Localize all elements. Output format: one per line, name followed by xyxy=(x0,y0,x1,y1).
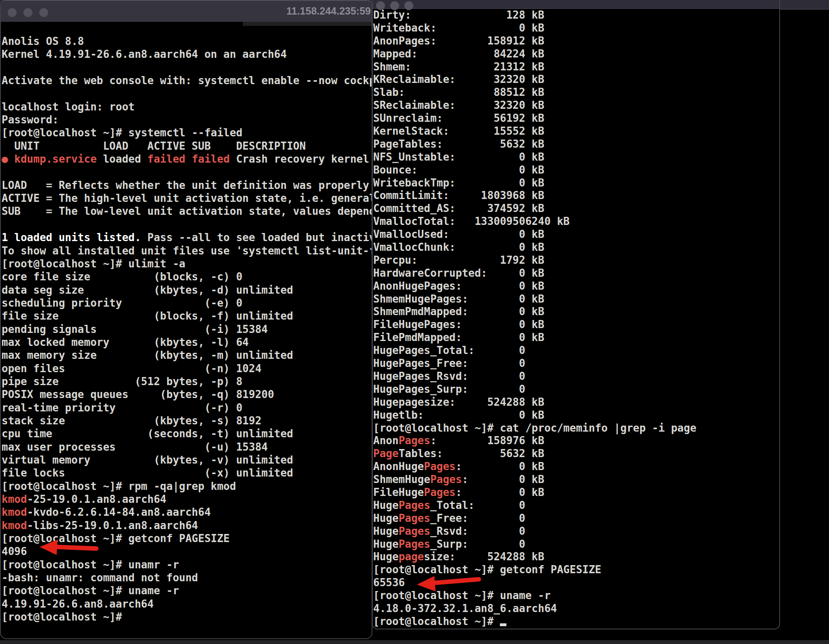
terminal-line: VmallocTotal: 133009506240 kB xyxy=(373,215,779,228)
terminal-line: 1 loaded units listed. Pass --all to see… xyxy=(2,231,372,244)
terminal-line: HardwareCorrupted: 0 kB xyxy=(373,267,779,280)
terminal-line: SReclaimable: 32320 kB xyxy=(373,99,779,112)
terminal-line: virtual memory (kbytes, -v) unlimited xyxy=(2,453,372,466)
terminal-line: HugePages_Total: 0 xyxy=(373,344,779,357)
terminal-line: HugePages_Rsvd: 0 xyxy=(373,370,779,383)
terminal-line: Committed_AS: 374592 kB xyxy=(373,202,779,215)
close-button-icon[interactable] xyxy=(8,8,17,17)
terminal-window-left[interactable]: 11.158.244.235:59 Anolis OS 8.8Kernel 4.… xyxy=(0,0,372,639)
minimize-button-icon[interactable] xyxy=(23,8,32,17)
terminal-line: ShmemPmdMapped: 0 kB xyxy=(373,305,779,318)
terminal-line: PageTables: 5632 kB xyxy=(373,447,779,460)
terminal-line: Percpu: 1792 kB xyxy=(373,254,779,267)
terminal-line: Bounce: 0 kB xyxy=(373,164,779,177)
terminal-line: ShmemHugePages: 0 kB xyxy=(373,293,779,306)
terminal-line: Hugepagesize: 524288 kB xyxy=(373,396,779,409)
terminal-line: FileHugePages: 0 kB xyxy=(373,318,779,331)
terminal-line: kmod-kvdo-6.2.6.14-84.an8.aarch64 xyxy=(2,506,372,519)
terminal-line xyxy=(2,218,372,231)
terminal-line: max user processes (-u) 15384 xyxy=(2,441,372,453)
terminal-line: Writeback: 0 kB xyxy=(373,22,779,35)
terminal-line: Mapped: 84224 kB xyxy=(373,48,779,61)
terminal-line: [root@localhost ~]# unamr -r xyxy=(2,558,372,571)
terminal-line: HugePages_Free: 0 xyxy=(373,357,779,370)
terminal-line: Hugetlb: 0 kB xyxy=(373,409,779,422)
terminal-line: To show all installed unit files use 'sy… xyxy=(2,244,372,257)
terminal-line: [root@localhost ~]# xyxy=(373,615,779,628)
terminal-line: [root@localhost ~]# cat /proc/meminfo |g… xyxy=(373,422,779,435)
terminal-window-right[interactable]: Dirty: 128 kBWriteback: 0 kBAnonPages: 1… xyxy=(372,0,780,629)
terminal-line: [root@localhost ~]# uname -r xyxy=(373,589,779,602)
terminal-line: UNIT LOAD ACTIVE SUB DESCRIPTION xyxy=(2,140,372,153)
terminal-line: 4.19.91-26.6.an8.aarch64 xyxy=(2,597,372,610)
terminal-line: [root@localhost ~]# xyxy=(2,610,372,623)
terminal-line: [root@localhost ~]# ulimit -a xyxy=(2,257,372,270)
terminal-line: Password: xyxy=(2,113,372,126)
terminal-line: Activate the web console with: systemctl… xyxy=(2,74,372,87)
terminal-line: HugePages_Free: 0 xyxy=(373,512,779,525)
terminal-line: HugePages_Rsvd: 0 xyxy=(373,525,779,538)
terminal-line xyxy=(2,165,372,178)
background-window-edge xyxy=(0,640,829,644)
terminal-line: scheduling priority (-e) 0 xyxy=(2,297,372,309)
terminal-line: file size (blocks, -f) unlimited xyxy=(2,309,372,322)
terminal-line: [root@localhost ~]# getconf PAGESIZE xyxy=(2,532,372,545)
terminal-line: VmallocChunk: 0 kB xyxy=(373,241,779,254)
terminal-line: kmod-libs-25-19.0.1.an8.aarch64 xyxy=(2,519,372,532)
terminal-line: PageTables: 5632 kB xyxy=(373,138,779,151)
terminal-line: ● kdump.service loaded failed failed Cra… xyxy=(2,153,372,165)
terminal-line: LOAD = Reflects whether the unit definit… xyxy=(2,179,372,192)
terminal-line: pending signals (-i) 15384 xyxy=(2,323,372,336)
terminal-line: CommitLimit: 1803968 kB xyxy=(373,189,779,202)
terminal-line: localhost login: root xyxy=(2,100,372,113)
terminal-line: core file size (blocks, -c) 0 xyxy=(2,270,372,283)
terminal-line: max locked memory (kbytes, -l) 64 xyxy=(2,336,372,349)
terminal-line: Shmem: 21312 kB xyxy=(373,61,779,74)
terminal-line: HugePages_Total: 0 xyxy=(373,499,779,512)
terminal-line: HugePages_Surp: 0 xyxy=(373,383,779,396)
text-cursor xyxy=(500,623,506,626)
terminal-line: 65536 xyxy=(373,576,779,589)
terminal-line: cpu time (seconds, -t) unlimited xyxy=(2,427,372,440)
terminal-line: SUB = The low-level unit activation stat… xyxy=(2,205,372,218)
terminal-screen-left[interactable]: Anolis OS 8.8Kernel 4.19.91-26.6.an8.aar… xyxy=(1,22,372,623)
terminal-line: KReclaimable: 32320 kB xyxy=(373,73,779,86)
terminal-line: ShmemHugePages: 0 kB xyxy=(373,473,779,486)
terminal-line: 4096 xyxy=(2,545,372,558)
titlebar-right[interactable] xyxy=(373,0,779,9)
terminal-line: Anolis OS 8.8 xyxy=(2,35,372,48)
terminal-line: stack size (kbytes, -s) 8192 xyxy=(2,414,372,427)
terminal-line: Kernel 4.19.91-26.6.an8.aarch64 on an aa… xyxy=(2,48,372,61)
terminal-line: data seg size (kbytes, -d) unlimited xyxy=(2,284,372,297)
terminal-line: [root@localhost ~]# rpm -qa|grep kmod xyxy=(2,480,372,493)
terminal-line: POSIX message queues (bytes, -q) 819200 xyxy=(2,388,372,401)
terminal-line: pipe size (512 bytes, -p) 8 xyxy=(2,375,372,388)
terminal-screen-right[interactable]: Dirty: 128 kBWriteback: 0 kBAnonPages: 1… xyxy=(373,9,779,628)
terminal-line: WritebackTmp: 0 kB xyxy=(373,177,779,190)
terminal-line: 4.18.0-372.32.1.an8_6.aarch64 xyxy=(373,602,779,615)
zoom-button-icon[interactable] xyxy=(39,8,48,17)
terminal-line: AnonHugePages: 0 kB xyxy=(373,460,779,473)
window-title: 11.158.244.235:59 xyxy=(286,5,371,17)
terminal-line: Slab: 88512 kB xyxy=(373,86,779,99)
terminal-line xyxy=(2,61,372,74)
terminal-line: real-time priority (-r) 0 xyxy=(2,401,372,414)
terminal-line: SUnreclaim: 56192 kB xyxy=(373,112,779,125)
titlebar-left[interactable]: 11.158.244.235:59 xyxy=(1,1,372,22)
terminal-line: Dirty: 128 kB xyxy=(373,9,779,22)
terminal-line: VmallocUsed: 0 kB xyxy=(373,228,779,241)
terminal-line: max memory size (kbytes, -m) unlimited xyxy=(2,349,372,362)
terminal-line: Hugepagesize: 524288 kB xyxy=(373,551,779,564)
terminal-line: open files (-n) 1024 xyxy=(2,362,372,375)
terminal-line: -bash: unamr: command not found xyxy=(2,571,372,584)
terminal-line: AnonPages: 158912 kB xyxy=(373,35,779,48)
terminal-line: file locks (-x) unlimited xyxy=(2,466,372,479)
terminal-line: kmod-25-19.0.1.an8.aarch64 xyxy=(2,493,372,506)
terminal-line xyxy=(2,87,372,100)
terminal-line: [root@localhost ~]# getconf PAGESIZE xyxy=(373,564,779,576)
terminal-line: [root@localhost ~]# systemctl --failed xyxy=(2,126,372,139)
terminal-line: NFS_Unstable: 0 kB xyxy=(373,151,779,164)
terminal-line: AnonPages: 158976 kB xyxy=(373,434,779,447)
terminal-line: FileHugePages: 0 kB xyxy=(373,486,779,499)
terminal-line: AnonHugePages: 0 kB xyxy=(373,280,779,293)
